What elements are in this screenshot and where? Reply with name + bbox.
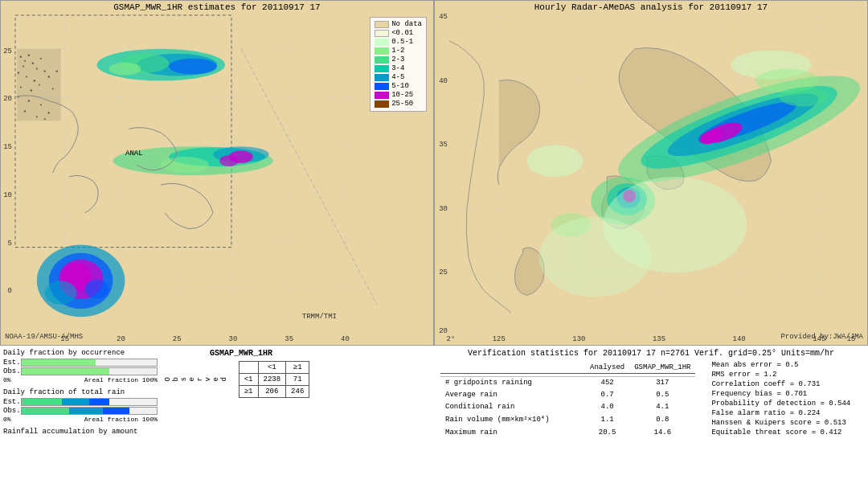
svg-point-53 <box>169 59 217 75</box>
stat-3: Frequency bias = 0.701 <box>711 390 850 398</box>
stat-1: RMS error = 1.2 <box>711 371 850 379</box>
right-map-svg: 45 40 35 30 25 20 125 130 135 140 145 15… <box>435 1 867 345</box>
svg-text:40: 40 <box>439 77 448 85</box>
svg-point-35 <box>26 76 27 78</box>
contingency-outer: Observed <1 ≥1 <1 2238 71 <box>164 361 318 398</box>
cont-row2-label: ≥1 <box>239 386 258 398</box>
svg-point-66 <box>85 279 109 298</box>
svg-point-67 <box>45 281 77 305</box>
axis-total-rain: 0% Areal fraction 100% <box>3 416 158 423</box>
right-map-title: Hourly Radar-AMeDAS analysis for 2011091… <box>534 2 768 12</box>
stats-column: Mean abs error = 0.5 RMS error = 1.2 Cor… <box>703 361 850 438</box>
trmm-label: TRMM/TMI <box>302 313 337 321</box>
anal-label: ANAL <box>125 150 143 158</box>
stat-7: Equitable threat score = 0.412 <box>711 428 850 437</box>
verif-est-1: 0.5 <box>629 389 695 401</box>
svg-point-39 <box>39 84 40 86</box>
stat-6: Hanssen & Kuipers score = 0.513 <box>711 419 850 427</box>
svg-point-110 <box>539 217 651 297</box>
verif-label-4: Maximum rain <box>440 426 585 438</box>
est-label-1: Est. <box>3 359 21 367</box>
stat-4: Probability of detection = 0.544 <box>711 400 850 408</box>
svg-text:140: 140 <box>733 335 746 343</box>
svg-text:15: 15 <box>3 143 12 151</box>
rainfall-chart: Rainfall accumulation by amount <box>3 428 158 436</box>
verif-label-1: Average rain <box>440 389 585 401</box>
svg-text:25: 25 <box>3 47 12 55</box>
noaa-label: NOAA-19/AMSU-A/MHS <box>5 333 83 341</box>
legend-item-3-4: 3-4 <box>375 64 422 72</box>
svg-point-29 <box>23 66 24 68</box>
verif-est-2: 4.1 <box>629 401 695 413</box>
svg-point-30 <box>32 62 34 64</box>
verif-analysed-0: 452 <box>585 376 629 389</box>
obs-label-1: Obs. <box>3 367 21 375</box>
legend-item-05-1: 0.5-1 <box>375 38 422 46</box>
legend-item-2-3: 2-3 <box>375 55 422 64</box>
svg-point-32 <box>18 72 19 73</box>
svg-point-28 <box>28 54 30 55</box>
svg-text:20: 20 <box>3 95 12 103</box>
rainfall-title: Rainfall accumulation by amount <box>3 428 158 436</box>
verif-analysed-2: 4.0 <box>585 401 629 413</box>
svg-text:125: 125 <box>493 335 506 343</box>
verif-label-3: Rain volume (mm×km²×10⁴) <box>440 413 585 426</box>
verif-label-0: # gridpoints raining <box>440 376 585 389</box>
cont-cell-22: 246 <box>286 386 309 398</box>
verif-col-analysed: Analysed <box>585 361 629 374</box>
cont-header-ge1: ≥1 <box>286 362 309 374</box>
left-map-title: GSMAP_MWR_1HR estimates for 20110917 17 <box>113 2 320 12</box>
contingency-table: <1 ≥1 <1 2238 71 ≥1 206 246 <box>239 361 310 398</box>
svg-point-33 <box>40 58 42 59</box>
left-map-svg: 25 20 15 10 5 0 15 20 25 30 35 40 <box>1 1 433 345</box>
legend-item-lt001: <0.01 <box>375 29 422 37</box>
svg-text:30: 30 <box>439 205 448 213</box>
svg-text:25: 25 <box>173 335 182 343</box>
svg-point-55 <box>109 63 141 76</box>
main-container: GSMAP_MWR_1HR estimates for 20110917 17 … <box>0 0 868 492</box>
verif-table: Analysed GSMAP_MWR_1HR # gridpoints rain… <box>440 361 695 438</box>
svg-point-48 <box>24 110 26 112</box>
svg-point-38 <box>31 89 32 91</box>
verif-analysed-1: 0.7 <box>585 389 629 401</box>
total-rain-title: Daily fraction of total rain <box>3 388 158 396</box>
svg-point-108 <box>779 87 827 106</box>
svg-point-26 <box>20 55 22 57</box>
stat-0: Mean abs error = 0.5 <box>711 361 850 369</box>
table-row: Average rain 0.7 0.5 <box>440 389 695 401</box>
cont-cell-11: 2238 <box>258 374 286 386</box>
svg-text:20: 20 <box>439 327 448 335</box>
cont-cell-21: 206 <box>258 386 286 398</box>
svg-point-47 <box>36 116 38 117</box>
svg-point-46 <box>48 112 50 113</box>
verif-est-0: 317 <box>629 376 695 389</box>
obs-label-2: Obs. <box>3 407 21 415</box>
cont-row1-label: <1 <box>239 374 258 386</box>
occurrence-title: Daily fraction by occurrence <box>3 349 158 357</box>
svg-text:45: 45 <box>439 13 448 21</box>
est-label-2: Est. <box>3 398 21 406</box>
svg-text:130: 130 <box>572 335 585 343</box>
verif-est-4: 14.6 <box>629 426 695 438</box>
contingency-title: GSMAP_MWR_1HR <box>164 349 318 358</box>
svg-point-31 <box>36 68 38 70</box>
contingency-area: GSMAP_MWR_1HR Observed <1 ≥1 <1 2238 71 <box>161 346 321 492</box>
svg-point-42 <box>56 70 58 72</box>
svg-text:40: 40 <box>341 335 350 343</box>
svg-point-45 <box>40 104 42 105</box>
verif-est-3: 0.8 <box>629 413 695 426</box>
svg-text:25: 25 <box>439 269 448 277</box>
verif-title: Verification statistics for 20110917 17 … <box>440 349 862 358</box>
svg-text:135: 135 <box>653 335 665 343</box>
verif-col-gsmap: GSMAP_MWR_1HR <box>629 361 695 374</box>
charts-area: Daily fraction by occurrence Est. Obs. <box>0 346 161 492</box>
svg-point-61 <box>219 155 239 166</box>
legend-item-25-50: 25-50 <box>375 100 422 108</box>
svg-text:5: 5 <box>8 240 12 248</box>
svg-point-36 <box>34 80 35 81</box>
svg-text:30: 30 <box>229 335 238 343</box>
table-row: Rain volume (mm×km²×10⁴) 1.1 0.8 <box>440 413 695 426</box>
legend-item-10-25: 10-25 <box>375 91 422 99</box>
table-row: Maximum rain 20.5 14.6 <box>440 426 695 438</box>
verif-analysed-4: 20.5 <box>585 426 629 438</box>
